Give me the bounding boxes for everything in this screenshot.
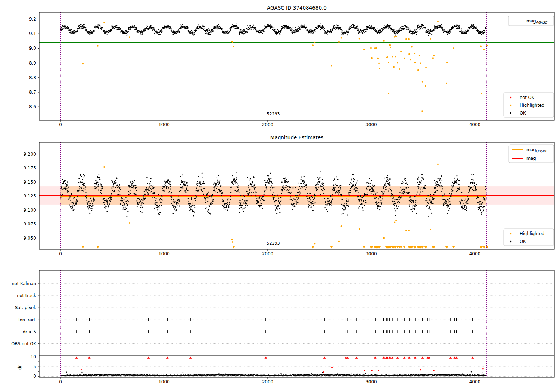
svg-text:10: 10 [31,354,36,360]
svg-text:9.075: 9.075 [24,221,36,227]
bottom-dr-outliers-layer [75,357,484,373]
svg-text:2000: 2000 [262,379,274,385]
svg-text:2000: 2000 [262,251,274,256]
svg-text:0: 0 [33,374,36,379]
svg-text:8.7: 8.7 [29,90,36,95]
top-highlighted-scatter-layer [82,21,488,112]
flag-label-ion-rad: Ion. rad. [18,317,36,323]
legend-label-highlighted: Highlighted [520,103,544,108]
ok-dot-swatch [510,112,512,114]
svg-text:9.1: 9.1 [29,31,36,36]
svg-text:5: 5 [33,364,36,369]
flag-label-not-kalman: not Kalman [12,281,36,286]
mid-plot-title: Magnitude Estimates [270,134,323,140]
svg-text:8.6: 8.6 [29,104,36,109]
svg-text:9.2: 9.2 [29,16,36,22]
top-ok-scatter-layer [60,23,486,36]
svg-text:9.125: 9.125 [24,193,36,199]
svg-text:9.0: 9.0 [29,46,36,51]
highlighted-dot-swatch [510,105,512,106]
top-plot-title: AGASC ID 374084680.0 [267,5,327,11]
svg-text:1000: 1000 [158,251,170,256]
svg-text:3000: 3000 [365,251,377,256]
svg-text:1000: 1000 [158,122,170,127]
svg-text:9.150: 9.150 [24,180,36,185]
legend-mag-agasc: magAGASC [508,16,554,26]
ok-dot-swatch [510,241,512,243]
legend-mid-point-classes: Highlighted OK [504,229,554,246]
legend-mid-lines: magOBSID mag [509,145,554,163]
legend-label-not-ok: not OK [520,95,535,100]
bottom-flag-markers-layer [76,318,473,333]
flag-label-not-track: not track [17,293,36,298]
svg-text:3000: 3000 [365,122,377,127]
svg-text:1000: 1000 [158,379,170,385]
svg-text:0: 0 [59,379,62,385]
svg-text:9.050: 9.050 [24,236,36,241]
svg-text:4000: 4000 [469,379,481,385]
flag-label-obs-not-ok: OBS not OK [11,341,36,346]
legend-top-point-classes: not OK Highlighted OK [504,93,554,117]
dr-axis-label: dr [17,365,22,370]
svg-text:9.100: 9.100 [24,208,36,213]
bottom-axes-layer: 010002000300040001050 [31,270,554,385]
legend-label-highlighted: Highlighted [520,231,544,236]
legend-label-ok: OK [520,239,526,244]
svg-text:4000: 4000 [469,251,481,256]
svg-text:2000: 2000 [262,122,274,127]
svg-text:8.9: 8.9 [29,60,36,66]
svg-text:0: 0 [59,122,62,127]
obsid-annotation-mid: 52293 [267,241,280,246]
legend-label-ok: OK [520,111,526,116]
svg-text:4000: 4000 [469,122,481,127]
bottom-flag-row-labels: not Kalman not track Sat. pixel. Ion. ra… [11,281,36,346]
not-ok-dot-swatch [510,97,512,99]
figure: 010002000300040009.29.19.08.98.88.78.6 0… [0,0,560,392]
svg-text:8.8: 8.8 [29,75,36,80]
obsid-annotation-top: 52293 [267,112,280,116]
flag-label-dr-gt-5: dr > 5 [23,329,36,335]
plots-canvas: 010002000300040009.29.19.08.98.88.78.6 0… [0,0,560,392]
bottom-dr-trace-layer [60,371,486,376]
svg-text:0: 0 [59,251,62,256]
svg-text:3000: 3000 [365,379,377,385]
svg-text:9.175: 9.175 [24,165,36,171]
legend-label-mag: mag [526,156,536,161]
bottom-grid-layer [39,284,554,376]
highlighted-dot-swatch [510,233,512,235]
svg-text:9.200: 9.200 [24,152,36,157]
flag-label-sat-pixel: Sat. pixel. [15,305,36,310]
